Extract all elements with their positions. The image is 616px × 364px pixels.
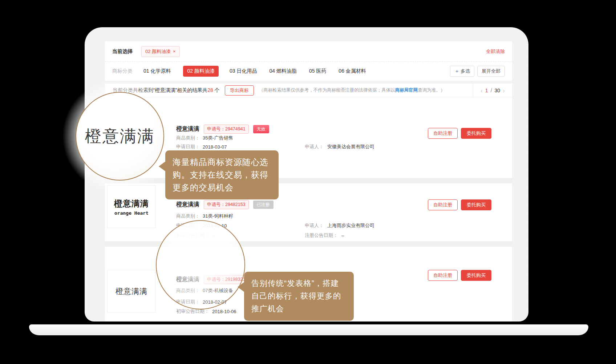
- export-trademarks-button[interactable]: 导出商标: [225, 85, 254, 96]
- magnifier-circle-1: 橙意满满: [76, 92, 164, 181]
- current-selection-row: 当前选择 02 颜料油漆 × 全部清除: [105, 41, 512, 62]
- self-register-button[interactable]: 自助注册: [428, 270, 458, 281]
- category-row: 商标分类 01 化学原料 02 颜料油漆 03 日化用品 04 燃料油脂 05 …: [105, 62, 512, 80]
- tooltip-promotion: 告别传统“发表格”，搭建 自己的标行，获得更多的 推广机会: [244, 272, 354, 321]
- current-page: 1: [485, 88, 488, 93]
- results-count: 28: [207, 87, 213, 93]
- entrust-buy-button[interactable]: 委托购买: [461, 270, 491, 281]
- trademark-name: 橙意满满: [176, 201, 199, 209]
- selected-filter-tag[interactable]: 02 颜料油漆 ×: [141, 46, 180, 57]
- magnified-trademark-text: 橙意满满: [85, 125, 155, 147]
- category-item-06[interactable]: 06 金属材料: [339, 68, 366, 74]
- trademark-office-link[interactable]: 商标局官网: [395, 88, 418, 93]
- selected-filter-tag-label: 02 颜料油漆: [145, 48, 171, 55]
- multi-select-button[interactable]: ＋ 多选: [450, 66, 474, 77]
- expand-all-button[interactable]: 展开全部: [477, 66, 505, 77]
- results-header: 当前分类共检索到“橙意满满”相关的结果共28 个 导出商标 （商标检索结果仅供参…: [105, 84, 512, 97]
- results-disclaimer: （商标检索结果仅供参考，不作为商标能否注册的法律依据；具体以商标局官网查询为准。…: [259, 87, 445, 93]
- category-label: 商标分类: [112, 68, 133, 74]
- laptop-base: [29, 324, 588, 335]
- filter-card: 当前选择 02 颜料油漆 × 全部清除 商标分类 01 化学原料 02 颜料油漆…: [105, 41, 512, 81]
- pagination: ‹ 1 / 30 ›: [473, 84, 512, 97]
- tooltip-marketplace: 海量精品商标资源随心选 购。支持在线交易，获得 更多的交易机会: [165, 150, 279, 199]
- entrust-buy-button[interactable]: 委托购买: [461, 128, 491, 139]
- status-badge: 无效: [253, 125, 269, 133]
- category-item-05[interactable]: 05 医药: [309, 68, 326, 74]
- clear-all-link[interactable]: 全部清除: [486, 48, 505, 55]
- screenshot-stage: 当前选择 02 颜料油漆 × 全部清除 商标分类 01 化学原料 02 颜料油漆…: [0, 0, 616, 364]
- category-item-01[interactable]: 01 化学原料: [143, 68, 171, 74]
- trademark-name: 橙意满满: [176, 125, 199, 133]
- application-number-tag: 申请号：29482153: [204, 200, 249, 209]
- entrust-buy-button[interactable]: 委托购买: [461, 199, 491, 210]
- self-register-button[interactable]: 自助注册: [428, 128, 458, 139]
- total-pages: 30: [495, 88, 500, 93]
- current-selection-label: 当前选择: [112, 48, 133, 55]
- category-item-04[interactable]: 04 燃料油脂: [269, 68, 296, 74]
- tooltip-arrow-icon: [154, 161, 166, 171]
- category-item-03[interactable]: 03 日化用品: [230, 68, 257, 74]
- self-register-button[interactable]: 自助注册: [428, 199, 458, 210]
- remove-tag-icon[interactable]: ×: [173, 49, 176, 54]
- application-number-tag: 申请号：29474941: [204, 125, 249, 134]
- prev-page-icon[interactable]: ‹: [481, 88, 483, 94]
- filter-buttons: ＋ 多选 展开全部: [450, 66, 505, 77]
- trademark-thumbnail: 橙意满满: [107, 270, 156, 313]
- magnifier-circle-2: [156, 220, 245, 310]
- tooltip-arrow-icon: [232, 282, 244, 292]
- next-page-icon[interactable]: ›: [503, 88, 505, 94]
- status-badge: 已注册: [253, 201, 273, 209]
- category-item-02-selected[interactable]: 02 颜料油漆: [183, 66, 218, 77]
